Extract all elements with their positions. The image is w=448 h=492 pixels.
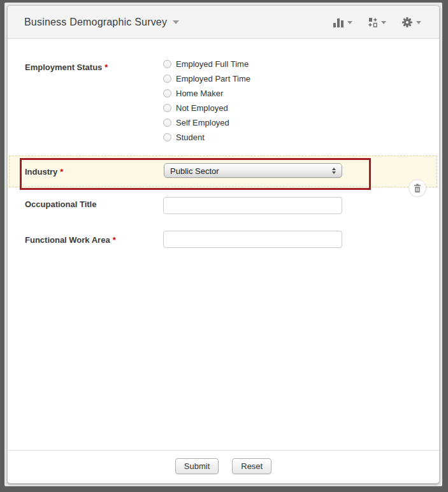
radio-button[interactable] xyxy=(163,89,171,98)
radio-button[interactable] xyxy=(163,133,171,141)
employment-status-label: Employment Status* xyxy=(25,62,108,72)
employment-status-options: Employed Full Time Employed Part Time Ho… xyxy=(163,57,250,145)
window-bezel: Business Demographic Survey xyxy=(4,3,442,486)
window-frame: Business Demographic Survey xyxy=(0,0,448,492)
radio-label: Self Employed xyxy=(176,118,229,127)
functional-work-area-label: Functional Work Area* xyxy=(25,235,116,245)
chevron-down-icon xyxy=(347,21,352,24)
industry-label: Industry* xyxy=(25,167,63,177)
gear-icon xyxy=(401,17,413,28)
radio-label: Employed Part Time xyxy=(176,74,250,83)
form-fields-icon xyxy=(368,17,378,27)
radio-option-employed-full-time[interactable]: Employed Full Time xyxy=(163,57,250,71)
radio-option-not-employed[interactable]: Not Employed xyxy=(163,101,250,115)
radio-label: Not Employed xyxy=(176,103,228,113)
select-updown-arrows-icon xyxy=(332,168,336,174)
radio-option-student[interactable]: Student xyxy=(163,130,250,145)
footer: Submit Reset xyxy=(8,458,439,474)
industry-select[interactable]: Public Sector xyxy=(164,163,342,178)
industry-selected-value: Public Sector xyxy=(170,166,219,175)
radio-button[interactable] xyxy=(163,75,171,83)
bar-chart-icon xyxy=(333,18,344,27)
required-asterisk: * xyxy=(60,167,63,177)
radio-option-home-maker[interactable]: Home Maker xyxy=(163,86,250,101)
page-title: Business Demographic Survey xyxy=(24,17,167,28)
header-toolbar xyxy=(331,6,423,39)
required-asterisk: * xyxy=(113,235,116,245)
chevron-down-icon xyxy=(416,21,421,24)
occupational-title-label: Occupational Title xyxy=(25,199,96,209)
occupational-title-input[interactable] xyxy=(163,197,342,214)
chevron-down-icon xyxy=(173,20,179,24)
trash-icon xyxy=(413,184,422,193)
bar-chart-menu-button[interactable] xyxy=(331,17,354,29)
required-asterisk: * xyxy=(105,62,108,72)
delete-field-button[interactable] xyxy=(408,179,426,197)
radio-button[interactable] xyxy=(163,104,171,112)
radio-label: Student xyxy=(176,133,205,142)
survey-card: Business Demographic Survey xyxy=(7,5,440,484)
radio-option-self-employed[interactable]: Self Employed xyxy=(163,115,250,130)
radio-option-employed-part-time[interactable]: Employed Part Time xyxy=(163,71,250,86)
survey-title-menu[interactable]: Business Demographic Survey xyxy=(24,6,179,39)
radio-label: Home Maker xyxy=(176,89,223,98)
form-fields-menu-button[interactable] xyxy=(366,16,387,29)
submit-button[interactable]: Submit xyxy=(175,458,219,474)
footer-divider xyxy=(8,450,439,451)
radio-label: Employed Full Time xyxy=(176,59,249,69)
radio-button[interactable] xyxy=(163,60,171,68)
settings-menu-button[interactable] xyxy=(400,15,423,29)
survey-header: Business Demographic Survey xyxy=(8,6,439,39)
reset-button[interactable]: Reset xyxy=(232,458,271,474)
chevron-down-icon xyxy=(381,21,386,24)
radio-button[interactable] xyxy=(163,119,171,127)
functional-work-area-input[interactable] xyxy=(163,231,342,248)
